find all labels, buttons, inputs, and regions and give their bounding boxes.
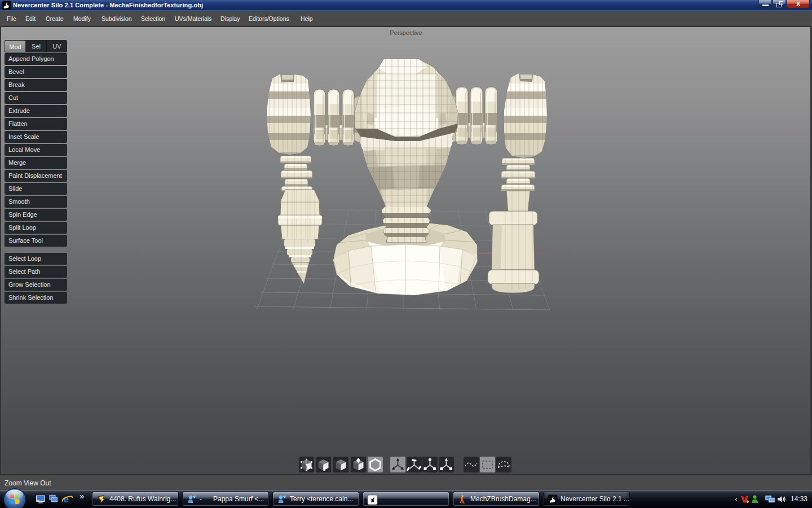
svg-text:e: e [63, 494, 68, 505]
